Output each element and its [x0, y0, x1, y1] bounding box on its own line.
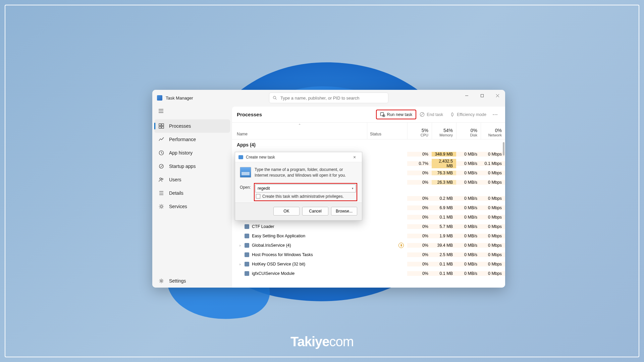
details-icon	[158, 190, 164, 196]
run-program-icon	[240, 167, 251, 178]
dialog-close-button[interactable]: ×	[351, 155, 359, 160]
cell-disk: 0 MB/s	[456, 171, 481, 175]
page-title: Processes	[237, 112, 262, 117]
svg-point-20	[160, 205, 162, 207]
window-controls	[459, 90, 505, 101]
sidebar-item-label: Performance	[169, 137, 196, 142]
cell-network: 0 Mbps	[481, 196, 505, 201]
run-new-task-button[interactable]: Run new task	[376, 110, 417, 119]
sidebar-item-details[interactable]: Details	[152, 186, 232, 200]
cell-network: 0 Mbps	[481, 171, 505, 175]
table-row[interactable]: ›Easy Setting Box Application0%1.9 MB0 M…	[232, 231, 505, 241]
cell-disk: 0 MB/s	[456, 180, 481, 185]
cell-network: 0 Mbps	[481, 234, 505, 238]
run-task-icon	[380, 112, 385, 117]
svg-line-1	[275, 99, 276, 100]
efficiency-mode-button[interactable]: Efficiency mode	[446, 110, 490, 119]
startup-icon	[158, 163, 164, 169]
cell-memory: 5.7 MB	[432, 224, 456, 229]
app-icon	[157, 95, 162, 101]
history-icon	[158, 150, 164, 156]
process-name: CTF Loader	[252, 224, 274, 229]
cell-memory: 26.3 MB	[432, 180, 456, 185]
cell-network: 0 Mbps	[481, 224, 505, 229]
open-label: Open:	[240, 183, 251, 190]
expand-chevron-icon[interactable]: ›	[238, 243, 242, 247]
cell-memory: 6.9 MB	[432, 205, 456, 210]
svg-point-21	[161, 280, 162, 282]
table-row[interactable]: ›igfxCUIService Module0%0.1 MB0 MB/s0 Mb…	[232, 269, 505, 278]
admin-checkbox[interactable]	[256, 194, 260, 198]
process-icon	[245, 252, 249, 257]
users-icon	[158, 177, 164, 183]
col-disk[interactable]: 0%Disk	[456, 123, 481, 139]
cell-cpu: 0%	[407, 234, 432, 238]
cell-memory: 39.4 MB	[432, 243, 456, 248]
sidebar-item-performance[interactable]: Performance	[152, 133, 232, 146]
col-network[interactable]: 0%Network	[481, 123, 505, 139]
end-task-button[interactable]: End task	[416, 110, 446, 119]
process-icon	[245, 234, 249, 238]
sidebar-item-services[interactable]: Services	[152, 200, 232, 213]
sidebar-item-label: Startup apps	[169, 164, 196, 169]
cell-memory: 0.1 MB	[432, 262, 456, 266]
process-name: Global.IrisService (4)	[252, 243, 291, 248]
cell-network: 0 Mbps	[481, 180, 505, 185]
svg-point-0	[273, 96, 276, 99]
browse-button[interactable]: Browse...	[331, 207, 357, 216]
dialog-title: Create new task	[246, 155, 351, 160]
sidebar-item-startup-apps[interactable]: Startup apps	[152, 160, 232, 173]
more-button[interactable]: ⋯	[490, 109, 500, 120]
table-row[interactable]: ›Host Process for Windows Tasks0%2.5 MB0…	[232, 250, 505, 259]
cell-network: 0 Mbps	[481, 205, 505, 210]
table-row[interactable]: ›CTF Loader0%5.7 MB0 MB/s0 Mbps	[232, 222, 505, 231]
sidebar-item-settings[interactable]: Settings	[152, 274, 232, 288]
col-cpu[interactable]: 5%CPU	[407, 123, 432, 139]
col-memory[interactable]: 54%Memory	[432, 123, 456, 139]
admin-check-label: Create this task with administrative pri…	[262, 194, 344, 199]
cell-network: 0.1 Mbps	[481, 161, 505, 166]
open-combobox[interactable]: regedit ▾	[255, 184, 356, 192]
table-row[interactable]: ›Global.IrisService (4)⏸0%39.4 MB0 MB/s0…	[232, 241, 505, 250]
group-apps: Apps (4)	[232, 139, 505, 149]
col-status[interactable]: Status	[367, 123, 407, 139]
sidebar-item-label: App history	[169, 150, 193, 156]
process-name: Easy Setting Box Application	[252, 234, 305, 238]
dialog-message: Type the name of a program, folder, docu…	[255, 167, 357, 178]
cell-disk: 0 MB/s	[456, 161, 481, 166]
col-name[interactable]: ⌃Name	[232, 123, 367, 139]
svg-rect-11	[159, 126, 161, 128]
sidebar-item-users[interactable]: Users	[152, 173, 232, 186]
sidebar-item-app-history[interactable]: App history	[152, 146, 232, 160]
ok-button[interactable]: OK	[273, 207, 300, 216]
close-button[interactable]	[490, 90, 505, 101]
dialog-titlebar: Create new task ×	[235, 152, 362, 162]
cell-memory: 2,432.5 MB	[432, 159, 456, 168]
titlebar: Task Manager	[152, 90, 505, 106]
table-header: ⌃Name Status 5%CPU 54%Memory 0%Disk 0%Ne…	[232, 123, 505, 139]
expand-chevron-icon[interactable]: ›	[238, 262, 242, 266]
cell-cpu: 0%	[407, 252, 432, 257]
cell-cpu: 0%	[407, 152, 432, 157]
sidebar-item-processes[interactable]: Processes	[154, 119, 230, 133]
maximize-button[interactable]	[474, 90, 490, 101]
services-icon	[158, 203, 164, 209]
process-name: HotKey OSD Service (32 bit)	[252, 262, 305, 266]
cell-network: 0 Mbps	[481, 152, 505, 157]
cell-memory: 0.1 MB	[432, 271, 456, 276]
svg-rect-9	[159, 124, 161, 126]
cancel-button[interactable]: Cancel	[302, 207, 328, 216]
search-input[interactable]	[280, 96, 385, 101]
minimize-button[interactable]	[459, 90, 474, 101]
hamburger-button[interactable]	[152, 107, 232, 119]
sidebar-item-label: Users	[169, 177, 181, 182]
table-row[interactable]: ›HotKey OSD Service (32 bit)0%0.1 MB0 MB…	[232, 259, 505, 269]
scrollbar-thumb[interactable]	[503, 142, 504, 156]
svg-rect-3	[481, 94, 483, 97]
search-box[interactable]	[269, 93, 388, 103]
cell-network: 0 Mbps	[481, 243, 505, 248]
cell-status: ⏸	[367, 243, 407, 248]
cell-cpu: 0%	[407, 271, 432, 276]
cell-network: 0 Mbps	[481, 271, 505, 276]
end-task-icon	[420, 112, 425, 117]
